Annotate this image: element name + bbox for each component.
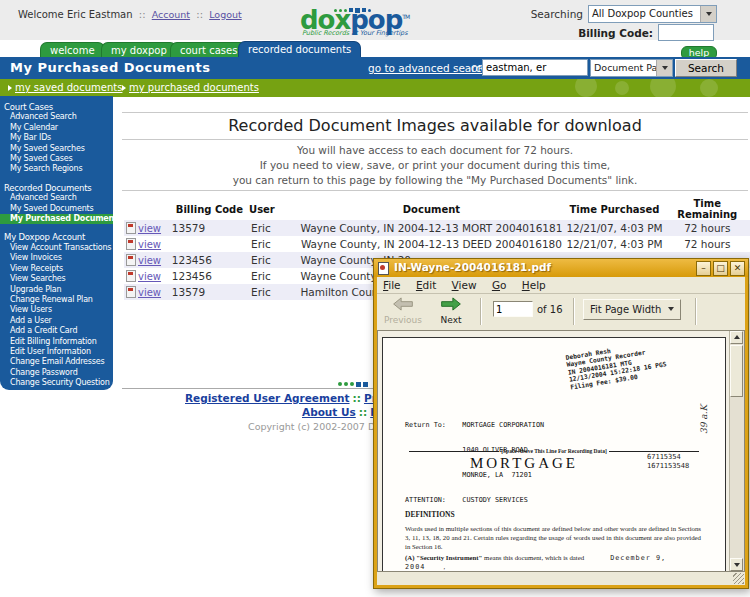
menu-edit[interactable]: Edit bbox=[416, 277, 436, 294]
sidebar-item-advanced-search-rd[interactable]: Advanced Search bbox=[0, 193, 113, 203]
county-select-value: All Doxpop Counties bbox=[592, 8, 693, 19]
breadcrumb-saved-documents[interactable]: my saved documents bbox=[8, 82, 122, 93]
divider bbox=[122, 139, 748, 140]
sidebar-item-my-search-regions[interactable]: My Search Regions bbox=[0, 164, 113, 174]
search-input[interactable] bbox=[482, 59, 588, 76]
sidebar-item-edit-billing-information[interactable]: Edit Billing Information bbox=[0, 337, 113, 347]
col-time-purchased: Time Purchased bbox=[564, 198, 664, 220]
pdf-document-icon bbox=[126, 286, 136, 298]
breadcrumb-bar: my saved documents my purchased document… bbox=[0, 79, 750, 97]
county-select[interactable]: All Doxpop Counties bbox=[588, 5, 717, 23]
purchased-documents-link[interactable]: my purchased documents bbox=[129, 82, 259, 93]
scrollbar-thumb[interactable] bbox=[730, 345, 743, 397]
view-link[interactable]: view bbox=[138, 239, 161, 250]
scroll-up-button[interactable] bbox=[730, 331, 743, 344]
account-link[interactable]: Account bbox=[152, 9, 190, 20]
minimize-button[interactable]: – bbox=[696, 261, 711, 276]
search-type-select[interactable]: Document Party bbox=[590, 59, 673, 77]
sidebar-item-view-users[interactable]: View Users bbox=[0, 305, 113, 315]
view-link[interactable]: view bbox=[138, 271, 161, 282]
separator: :: bbox=[196, 9, 203, 20]
zoom-mode-value: Fit Page Width bbox=[590, 304, 661, 315]
sidebar-item-view-receipts[interactable]: View Receipts bbox=[0, 264, 113, 274]
next-page-button[interactable]: Next bbox=[429, 297, 473, 325]
doxpop-page: Welcome Eric Eastman :: Account :: Logou… bbox=[0, 0, 750, 597]
logout-link[interactable]: Logout bbox=[209, 9, 242, 20]
view-link[interactable]: view bbox=[138, 287, 161, 298]
menu-bar: File Edit View Go Help bbox=[377, 277, 745, 294]
user-cell: Eric bbox=[249, 252, 298, 268]
scroll-down-button[interactable] bbox=[730, 558, 743, 571]
recording-data-text: [Space Above This Line For Recording Dat… bbox=[499, 448, 609, 454]
sidebar-item-my-saved-documents[interactable]: My Saved Documents bbox=[0, 204, 113, 214]
time-purchased-cell: 12/21/07, 4:03 PM bbox=[564, 236, 664, 252]
tab-my-doxpop[interactable]: my doxpop bbox=[101, 42, 177, 58]
page-heading: Recorded Document Images available for d… bbox=[120, 116, 750, 135]
sidebar-item-upgrade-plan[interactable]: Upgrade Plan bbox=[0, 285, 113, 295]
next-label: Next bbox=[429, 315, 473, 325]
sidebar-item-view-searches[interactable]: View Searches bbox=[0, 274, 113, 284]
page-count-label: of 16 bbox=[537, 304, 563, 315]
table-header-row: Billing Code User Document Time Purchase… bbox=[124, 198, 750, 220]
maximize-button[interactable]: □ bbox=[713, 261, 728, 276]
search-button[interactable]: Search bbox=[675, 59, 737, 77]
return-to-line: Return To: MORTGAGE CORPORATION bbox=[405, 421, 544, 429]
pdf-toolbar: Previous Next of 16 Fit Page Width bbox=[377, 294, 745, 331]
sidebar-item-change-email-addresses[interactable]: Change Email Addresses bbox=[0, 357, 113, 367]
decorative-circle bbox=[700, 79, 718, 97]
billing-code-input[interactable] bbox=[658, 24, 714, 41]
time-remaining-cell: 72 hours bbox=[665, 236, 750, 252]
registered-user-agreement-link[interactable]: Registered User Agreement bbox=[185, 392, 350, 404]
zoom-mode-dropdown[interactable]: Fit Page Width bbox=[583, 299, 681, 320]
tab-court-cases[interactable]: court cases bbox=[170, 42, 247, 58]
sidebar-item-my-saved-cases[interactable]: My Saved Cases bbox=[0, 154, 113, 164]
sidebar-item-add-a-user[interactable]: Add a User bbox=[0, 316, 113, 326]
sidebar-item-view-account-transactions[interactable]: View Account Transactions bbox=[0, 243, 113, 253]
sidebar-item-edit-user-information[interactable]: Edit User Information bbox=[0, 347, 113, 357]
window-titlebar[interactable]: IN-Wayne-2004016181.pdf –□✕ bbox=[374, 259, 748, 277]
menu-help[interactable]: Help bbox=[522, 277, 546, 294]
user-cell: Eric bbox=[249, 220, 298, 236]
sidebar-item-my-bar-ids[interactable]: My Bar IDs bbox=[0, 133, 113, 143]
advanced-search-link[interactable]: go to advanced search bbox=[368, 62, 488, 74]
scroll-down-icon bbox=[734, 563, 740, 567]
sidebar-item-my-saved-searches[interactable]: My Saved Searches bbox=[0, 144, 113, 154]
close-button[interactable]: ✕ bbox=[730, 261, 745, 276]
menu-file[interactable]: File bbox=[383, 277, 401, 294]
sidebar-item-change-renewal-plan[interactable]: Change Renewal Plan bbox=[0, 295, 113, 305]
sidebar-item-advanced-search-cc[interactable]: Advanced Search bbox=[0, 112, 113, 122]
saved-documents-link[interactable]: my saved documents bbox=[15, 82, 122, 93]
green-dot-icon bbox=[344, 382, 348, 386]
vertical-scrollbar[interactable] bbox=[729, 331, 744, 571]
definitions-heading: DEFINITIONS bbox=[405, 510, 455, 519]
sidebar-item-change-security-question[interactable]: Change Security Question bbox=[0, 378, 113, 388]
document-numbers: 67115354 1671153548 bbox=[647, 453, 689, 471]
user-cell: Eric bbox=[249, 284, 298, 300]
sidebar-item-change-password[interactable]: Change Password bbox=[0, 368, 113, 378]
previous-label: Previous bbox=[381, 315, 425, 325]
tagline-right: at Your Fingertips bbox=[351, 29, 407, 37]
menu-view[interactable]: View bbox=[452, 277, 477, 294]
time-purchased-cell: 12/21/07, 4:03 PM bbox=[564, 220, 664, 236]
handwritten-note: 39 a.K bbox=[699, 405, 709, 434]
sidebar-item-view-invoices[interactable]: View Invoices bbox=[0, 253, 113, 263]
sidebar-item-add-a-credit-card[interactable]: Add a Credit Card bbox=[0, 326, 113, 336]
tab-welcome[interactable]: welcome bbox=[40, 42, 105, 58]
dropdown-arrow-icon bbox=[668, 307, 674, 311]
pdf-document-icon bbox=[126, 238, 136, 250]
sidebar-item-my-purchased-documents[interactable]: My Purchased Documents bbox=[0, 214, 113, 224]
view-link[interactable]: view bbox=[138, 255, 161, 266]
resize-grip[interactable] bbox=[733, 573, 744, 584]
divider bbox=[122, 112, 748, 113]
about-us-link[interactable]: About Us bbox=[302, 406, 356, 418]
sidebar-section-recorded-documents: Recorded Documents bbox=[0, 183, 113, 193]
previous-page-button[interactable]: Previous bbox=[381, 297, 425, 325]
page-number-input[interactable] bbox=[493, 301, 533, 317]
view-link[interactable]: view bbox=[138, 223, 161, 234]
logo-tm: TM bbox=[402, 13, 409, 20]
sidebar-item-my-calendar[interactable]: My Calendar bbox=[0, 123, 113, 133]
page-title-bar: My Purchased Documents go to advanced se… bbox=[0, 57, 750, 79]
menu-go[interactable]: Go bbox=[492, 277, 507, 294]
tab-recorded-documents[interactable]: recorded documents bbox=[238, 41, 361, 58]
breadcrumb-purchased-documents[interactable]: my purchased documents bbox=[122, 82, 259, 93]
